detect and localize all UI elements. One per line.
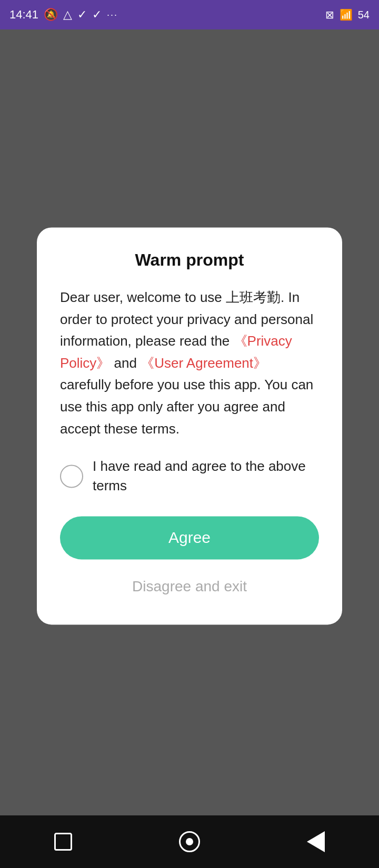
status-right: ⊠ 📶 54 bbox=[325, 8, 370, 21]
user-agreement-link[interactable]: 《User Agreement》 bbox=[141, 355, 267, 371]
terms-checkbox[interactable] bbox=[60, 465, 83, 488]
battery-display: 54 bbox=[358, 9, 370, 21]
home-button[interactable] bbox=[174, 826, 205, 857]
download-icon: ✓ bbox=[77, 8, 87, 22]
modal-title: Warm prompt bbox=[60, 250, 319, 270]
time-display: 14:41 bbox=[9, 8, 38, 22]
check-icon: ✓ bbox=[92, 8, 102, 22]
more-icon: ··· bbox=[107, 9, 118, 21]
cloud-icon: △ bbox=[63, 8, 72, 22]
disagree-button[interactable]: Disagree and exit bbox=[60, 572, 319, 601]
mute-icon: 🔕 bbox=[44, 8, 58, 22]
and-text: and bbox=[110, 355, 141, 371]
recent-apps-button[interactable] bbox=[47, 826, 79, 857]
square-icon bbox=[54, 833, 72, 851]
modal-body: Dear user, welcome to use 上班考勤. In order… bbox=[60, 287, 319, 440]
back-button[interactable] bbox=[300, 826, 332, 857]
agree-button[interactable]: Agree bbox=[60, 516, 319, 559]
navigation-bar bbox=[0, 815, 379, 868]
terms-checkbox-label: I have read and agree to the above terms bbox=[93, 457, 319, 496]
status-left: 14:41 🔕 △ ✓ ✓ ··· bbox=[9, 8, 118, 22]
triangle-icon bbox=[307, 831, 325, 852]
circle-inner bbox=[186, 838, 193, 845]
warm-prompt-modal: Warm prompt Dear user, welcome to use 上班… bbox=[37, 227, 342, 624]
wifi-icon: 📶 bbox=[340, 8, 353, 21]
status-bar: 14:41 🔕 △ ✓ ✓ ··· ⊠ 📶 54 bbox=[0, 0, 379, 29]
circle-icon bbox=[179, 831, 200, 852]
terms-checkbox-row[interactable]: I have read and agree to the above terms bbox=[60, 457, 319, 496]
body-text-2: carefully before you use this app. You c… bbox=[60, 377, 313, 437]
x-icon: ⊠ bbox=[325, 8, 334, 21]
